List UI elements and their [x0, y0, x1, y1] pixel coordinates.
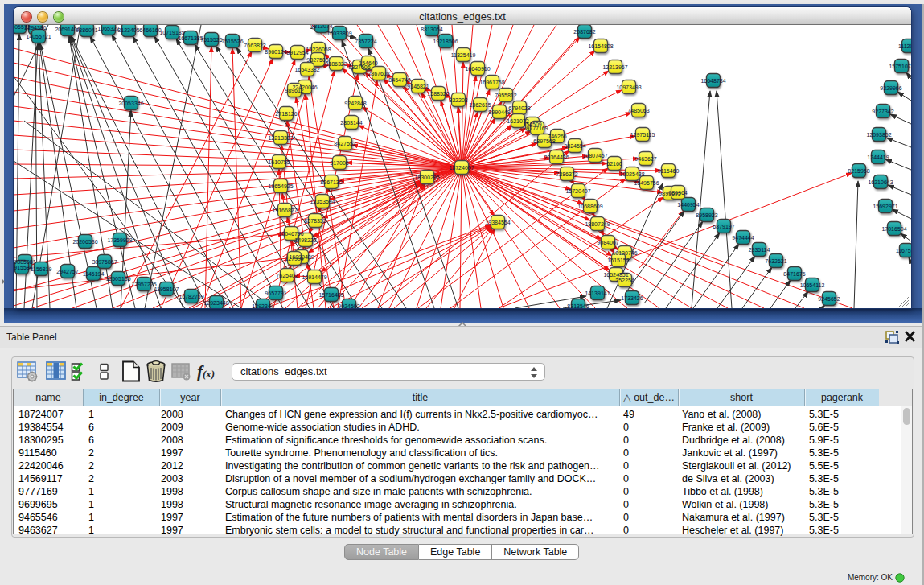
svg-text:252254: 252254: [615, 278, 634, 283]
svg-text:7515526: 7515526: [200, 37, 222, 43]
svg-text:6879197: 6879197: [713, 224, 734, 229]
svg-text:20206536: 20206536: [72, 239, 97, 245]
svg-text:15692971: 15692971: [873, 204, 897, 209]
svg-text:12093852: 12093852: [866, 132, 891, 138]
svg-text:2867608: 2867608: [368, 71, 389, 76]
svg-text:19654925: 19654925: [268, 183, 293, 189]
svg-text:832203: 832203: [449, 97, 467, 103]
svg-text:2718126: 2718126: [275, 111, 297, 117]
svg-text:1610755: 1610755: [268, 159, 290, 165]
svg-text:18807249: 18807249: [585, 221, 610, 227]
svg-text:8313546: 8313546: [567, 303, 589, 309]
svg-text:7515526: 7515526: [221, 39, 243, 44]
svg-text:16782759: 16782759: [179, 294, 203, 299]
svg-text:10025438: 10025438: [619, 171, 644, 177]
svg-text:1588520: 1588520: [427, 91, 449, 97]
svg-text:16524851: 16524851: [603, 272, 628, 278]
svg-text:14139141: 14139141: [585, 290, 610, 296]
svg-text:8215958: 8215958: [848, 168, 869, 174]
svg-text:9885081: 9885081: [14, 259, 35, 265]
svg-text:14055721: 14055721: [26, 34, 51, 39]
svg-text:19166827: 19166827: [272, 208, 297, 213]
svg-text:18724007: 18724007: [449, 165, 474, 171]
svg-text:18300295: 18300295: [414, 175, 439, 180]
svg-text:15720407: 15720407: [565, 188, 590, 194]
svg-text:9227342: 9227342: [872, 109, 893, 114]
svg-text:1167533: 1167533: [896, 248, 911, 253]
svg-text:8958923: 8958923: [696, 212, 717, 218]
svg-text:8123405: 8123405: [117, 27, 139, 33]
svg-text:15716485: 15716485: [318, 292, 343, 298]
svg-text:10973493: 10973493: [616, 84, 641, 90]
svg-text:9474444: 9474444: [732, 235, 754, 241]
svg-text:15226058: 15226058: [306, 47, 331, 52]
svg-text:746266: 746266: [548, 134, 566, 139]
svg-text:2803144: 2803144: [340, 120, 362, 126]
svg-text:7485063: 7485063: [627, 108, 649, 113]
svg-text:7663822: 7663822: [244, 43, 265, 48]
svg-text:17359928: 17359928: [107, 237, 132, 243]
svg-text:62160: 62160: [606, 161, 622, 167]
svg-text:16210643: 16210643: [868, 179, 893, 185]
svg-text:7386372: 7386372: [556, 171, 577, 177]
svg-text:10046796: 10046796: [278, 231, 303, 237]
svg-text:9084067: 9084067: [597, 240, 618, 245]
svg-text:9245652: 9245652: [818, 296, 840, 302]
svg-text:154640: 154640: [359, 60, 377, 66]
svg-text:16671385: 16671385: [178, 35, 203, 41]
svg-text:16961758: 16961758: [479, 80, 504, 85]
svg-text:12213967: 12213967: [602, 64, 627, 70]
svg-text:1362615: 1362615: [469, 102, 491, 108]
svg-text:15751074: 15751074: [889, 64, 911, 69]
svg-text:20364436: 20364436: [544, 154, 569, 160]
svg-text:10688609: 10688609: [577, 204, 602, 209]
svg-text:9657791: 9657791: [265, 290, 286, 296]
svg-text:10807457: 10807457: [582, 153, 607, 159]
svg-text:16543382: 16543382: [294, 67, 319, 72]
svg-text:12213383: 12213383: [268, 135, 293, 141]
svg-text:19218506: 19218506: [433, 39, 458, 44]
svg-text:1615152: 1615152: [607, 257, 629, 263]
svg-text:10719185: 10719185: [159, 30, 184, 35]
svg-text:8960124: 8960124: [265, 49, 286, 55]
svg-text:20053346: 20053346: [118, 101, 143, 106]
svg-text:16033809: 16033809: [326, 31, 351, 36]
svg-text:1156819: 1156819: [31, 266, 52, 272]
svg-text:16495756: 16495756: [634, 180, 659, 186]
svg-text:7357224: 7357224: [355, 39, 376, 44]
svg-text:7632621: 7632621: [765, 258, 786, 264]
svg-text:7955812: 7955812: [495, 93, 516, 98]
svg-text:127994: 127994: [285, 256, 303, 262]
svg-text:9463627: 9463627: [634, 156, 656, 162]
svg-text:8813054: 8813054: [421, 27, 442, 32]
svg-text:8186323: 8186323: [325, 61, 347, 67]
svg-text:17957225: 17957225: [131, 282, 156, 287]
svg-text:30975867: 30975867: [92, 259, 117, 265]
svg-text:19384554: 19384554: [485, 220, 510, 225]
svg-text:7625402: 7625402: [276, 273, 298, 278]
svg-text:8578352: 8578352: [304, 218, 326, 224]
svg-text:12923448: 12923448: [203, 300, 228, 306]
svg-text:9329966: 9329966: [880, 85, 901, 91]
svg-text:9313074: 9313074: [310, 25, 332, 29]
svg-text:917006: 917006: [330, 160, 348, 166]
svg-text:11958107: 11958107: [154, 286, 179, 292]
svg-text:1145194: 1145194: [83, 271, 105, 277]
svg-text:1440954: 1440954: [677, 202, 699, 208]
svg-text:12353594: 12353594: [310, 199, 335, 204]
svg-text:2294386: 2294386: [24, 25, 46, 31]
svg-text:12975115: 12975115: [630, 132, 655, 138]
svg-text:1498222: 1498222: [294, 237, 316, 243]
svg-text:2087682: 2087682: [573, 29, 595, 35]
svg-text:6897568: 6897568: [533, 138, 555, 144]
svg-text:16640910: 16640910: [465, 66, 490, 72]
svg-text:8471676: 8471676: [783, 271, 805, 277]
svg-text:989612: 989612: [285, 88, 303, 93]
svg-text:2942757: 2942757: [56, 269, 78, 274]
svg-text:9886041: 9886041: [76, 27, 97, 33]
svg-text:3824554: 3824554: [564, 143, 585, 149]
svg-text:8267130: 8267130: [320, 179, 342, 185]
svg-text:1065327: 1065327: [97, 26, 119, 31]
svg-text:9777169: 9777169: [526, 126, 548, 131]
svg-text:16648784: 16648784: [700, 78, 725, 84]
